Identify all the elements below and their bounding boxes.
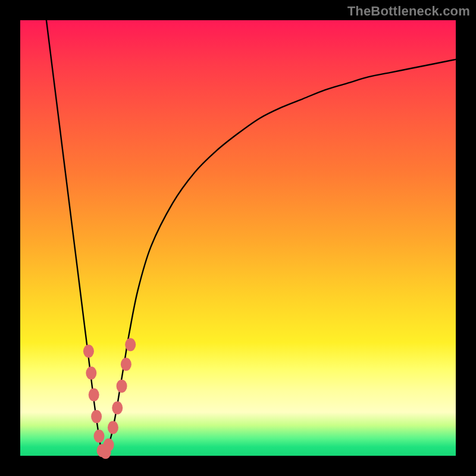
curve-marker [83, 345, 94, 358]
outer-frame: TheBottleneck.com [0, 0, 476, 476]
watermark-text: TheBottleneck.com [347, 4, 470, 19]
curve-marker [89, 389, 99, 402]
curve-marker [125, 338, 136, 351]
bottleneck-curve [46, 20, 456, 454]
curve-marker [108, 421, 118, 434]
curve-marker [117, 380, 127, 393]
curve-svg [20, 20, 456, 456]
curve-markers [83, 338, 136, 459]
curve-marker [86, 367, 96, 380]
curve-marker [93, 430, 104, 443]
plot-area [20, 20, 456, 456]
curve-marker [91, 410, 102, 423]
curve-marker [121, 358, 131, 371]
curve-marker [104, 439, 114, 452]
curve-marker [112, 401, 123, 414]
